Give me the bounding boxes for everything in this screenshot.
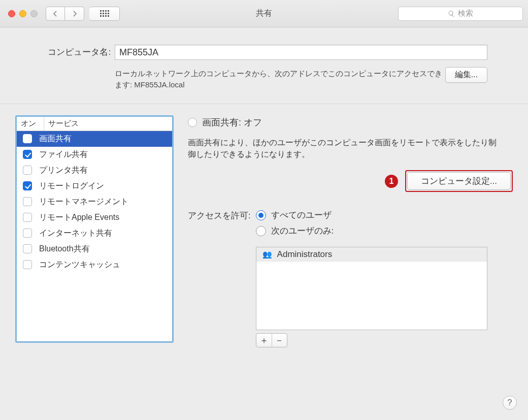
computer-name-field[interactable] (115, 45, 487, 60)
service-list-header: オン サービス (17, 117, 172, 131)
close-window-button[interactable] (8, 10, 15, 17)
service-checkbox[interactable] (23, 197, 32, 206)
search-placeholder: 検索 (458, 9, 473, 18)
radio-all-users[interactable]: すべてのユーザ (256, 209, 487, 221)
service-description: 画面共有により、ほかのユーザがこのコンピュータ画面をリモートで表示をしたり制御し… (188, 137, 503, 160)
grid-icon (100, 10, 109, 17)
nav-back-forward (46, 7, 84, 21)
service-row[interactable]: リモートログイン (17, 178, 172, 194)
service-status-title: 画面共有: オフ (202, 116, 262, 128)
search-icon (448, 10, 455, 17)
service-row[interactable]: リモートマネージメント (17, 194, 172, 210)
service-row[interactable]: プリンタ共有 (17, 163, 172, 178)
column-on: オン (17, 117, 44, 131)
forward-button[interactable] (65, 7, 84, 21)
service-checkbox[interactable] (23, 244, 32, 253)
radio-all-users-label: すべてのユーザ (271, 209, 332, 221)
radio-only-users[interactable]: 次のユーザのみ: (256, 225, 487, 237)
user-list-item[interactable]: 👥 Administrators (256, 247, 487, 262)
radio-icon (256, 226, 266, 236)
back-button[interactable] (46, 7, 65, 21)
service-label: ファイル共有 (39, 149, 88, 160)
help-button[interactable]: ? (503, 396, 517, 410)
service-row[interactable]: インターネット共有 (17, 225, 172, 241)
service-checkbox[interactable] (23, 213, 32, 222)
service-label: Bluetooth共有 (39, 244, 90, 254)
search-input[interactable]: 検索 (398, 7, 523, 21)
add-user-button[interactable]: ＋ (256, 334, 272, 347)
remove-user-button[interactable]: － (272, 334, 287, 347)
service-label: リモートApple Events (39, 212, 119, 223)
computer-name-section: コンピュータ名: ローカルネットワーク上のコンピュータから、次のアドレスでこのコ… (0, 27, 528, 104)
edit-button[interactable]: 編集... (445, 67, 487, 83)
access-label: アクセスを許可: (188, 209, 251, 221)
service-label: コンテンツキャッシュ (39, 260, 120, 270)
service-detail: 画面共有: オフ 画面共有により、ほかのユーザがこのコンピュータ画面をリモートで… (188, 115, 516, 348)
service-checkbox[interactable] (23, 134, 32, 143)
local-address-hint: ローカルネットワーク上のコンピュータから、次のアドレスでこのコンピュータにアクセ… (115, 67, 445, 90)
service-checkbox[interactable] (23, 166, 32, 175)
show-all-button[interactable] (89, 7, 120, 21)
computer-name-label: コンピュータ名: (41, 45, 115, 58)
service-label: プリンタ共有 (39, 165, 88, 176)
service-checkbox[interactable] (23, 181, 32, 190)
service-checkbox[interactable] (23, 260, 32, 269)
annotation-badge-1: 1 (385, 175, 398, 188)
computer-settings-button[interactable]: コンピュータ設定... (407, 172, 511, 190)
column-service: サービス (44, 117, 172, 131)
annotation-highlight: コンピュータ設定... (405, 170, 513, 192)
service-row[interactable]: Bluetooth共有 (17, 241, 172, 257)
service-label: リモートマネージメント (39, 197, 128, 207)
service-row[interactable]: コンテンツキャッシュ (17, 257, 172, 273)
service-checkbox[interactable] (23, 150, 32, 159)
radio-only-users-label: 次のユーザのみ: (271, 225, 334, 237)
zoom-window-button[interactable] (30, 10, 38, 17)
minimize-window-button[interactable] (19, 10, 26, 17)
add-remove-buttons: ＋ － (256, 333, 287, 347)
service-list[interactable]: オン サービス 画面共有ファイル共有プリンタ共有リモートログインリモートマネージ… (15, 115, 174, 343)
service-checkbox[interactable] (23, 229, 32, 238)
main-pane: オン サービス 画面共有ファイル共有プリンタ共有リモートログインリモートマネージ… (0, 104, 528, 359)
titlebar: 共有 検索 (0, 0, 528, 27)
service-row[interactable]: リモートApple Events (17, 210, 172, 225)
user-name: Administrators (277, 249, 333, 260)
window-controls (8, 10, 38, 17)
allowed-users-list[interactable]: 👥 Administrators (256, 247, 487, 330)
status-indicator-icon (188, 118, 197, 127)
service-label: インターネット共有 (39, 228, 112, 239)
radio-icon (256, 210, 266, 220)
service-label: 画面共有 (39, 134, 72, 144)
service-row[interactable]: 画面共有 (17, 131, 172, 147)
users-icon: 👥 (262, 250, 272, 259)
service-label: リモートログイン (39, 181, 104, 191)
service-row[interactable]: ファイル共有 (17, 147, 172, 163)
